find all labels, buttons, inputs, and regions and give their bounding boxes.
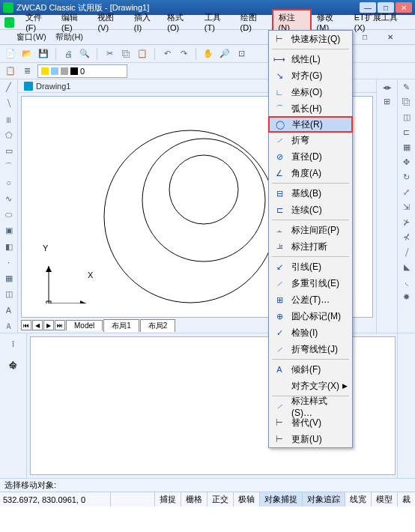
block-icon[interactable]: ◧ xyxy=(2,241,16,253)
layer-combo[interactable]: 0 xyxy=(37,64,127,78)
stretch-icon[interactable]: ⇲ xyxy=(401,201,413,213)
tab-last-button[interactable]: ⏭ xyxy=(55,320,65,330)
array-icon[interactable]: ▦ xyxy=(401,141,413,153)
dim-menu-item[interactable]: ⟼线性(L) xyxy=(269,51,352,67)
mtext-icon[interactable]: Ａ xyxy=(2,320,16,333)
circle-icon[interactable]: ○ xyxy=(2,177,16,190)
menu-draw[interactable]: 绘图(D) xyxy=(235,10,272,34)
hatch-icon[interactable]: ▦ xyxy=(2,272,16,285)
layer-props-icon[interactable]: 📋 xyxy=(4,65,16,77)
dim-menu-item[interactable]: ⊘直径(D) xyxy=(269,148,352,165)
undo-icon[interactable]: ↶ xyxy=(161,48,173,60)
zoom-window-icon[interactable]: ⊡ xyxy=(235,48,247,60)
menu-file[interactable]: 文件(F) xyxy=(20,10,56,34)
tab-layout1[interactable]: 布局1 xyxy=(103,319,139,332)
explode-icon[interactable]: ✸ xyxy=(401,291,413,303)
redo-icon[interactable]: ↷ xyxy=(178,48,190,60)
dim-menu-item[interactable]: ↘对齐(G) xyxy=(269,67,352,84)
dim-menu-item[interactable]: ✓检验(I) xyxy=(269,324,352,341)
sb-polar[interactable]: 极轴 xyxy=(233,492,259,507)
dim-menu-item[interactable]: ⟋折弯线性(J) xyxy=(269,341,352,357)
insert-icon[interactable]: ▣ xyxy=(2,224,16,237)
menu-view[interactable]: 视图(V) xyxy=(92,10,128,34)
move2-icon[interactable]: ✥ xyxy=(401,156,413,168)
polyline-icon[interactable]: ⫼ xyxy=(2,113,16,126)
tab-first-button[interactable]: ⏮ xyxy=(21,320,31,330)
dim-menu-item[interactable]: ∠角度(A) xyxy=(269,165,352,181)
app-menu-icon[interactable] xyxy=(4,17,14,28)
arc-icon[interactable]: ⌒ xyxy=(2,160,16,173)
scale-icon[interactable]: ⤢ xyxy=(401,186,413,198)
menu-insert[interactable]: 插入(I) xyxy=(129,10,162,34)
layer-manager-icon[interactable]: ≣ xyxy=(21,65,33,77)
dim-menu-item[interactable]: ⊕圆心标记(M) xyxy=(269,308,352,324)
preview-icon[interactable]: 🔍 xyxy=(79,48,91,60)
print-icon[interactable]: 🖨 xyxy=(62,48,74,60)
dim-menu-item[interactable]: ⊞公差(T)… xyxy=(269,291,352,308)
dim-menu-item[interactable]: ↙引线(E) xyxy=(269,259,352,275)
cmd-up-icon[interactable]: î xyxy=(7,338,19,350)
point-icon[interactable]: · xyxy=(2,256,16,269)
copy2-icon[interactable]: ⿻ xyxy=(401,96,413,108)
region-icon[interactable]: ◫ xyxy=(2,288,16,300)
paste-icon[interactable]: 📋 xyxy=(136,48,148,60)
text-icon[interactable]: A xyxy=(2,304,16,317)
sb-model[interactable]: 模型 xyxy=(371,492,397,507)
line-icon[interactable]: ╱ xyxy=(2,81,16,94)
dim-menu-item[interactable]: 对齐文字(X)▶ xyxy=(269,378,352,394)
dim-menu-item[interactable]: ∟坐标(O) xyxy=(269,84,352,100)
dim-menu-item[interactable]: ⊟基线(B) xyxy=(269,185,352,202)
sb-snap[interactable]: 捕捉 xyxy=(154,492,181,507)
menu-edit[interactable]: 编辑(E) xyxy=(56,10,92,34)
new-icon[interactable]: 📄 xyxy=(4,48,16,60)
command-input[interactable] xyxy=(4,481,411,490)
dim-menu-item[interactable]: ⫡标注打断 xyxy=(269,238,352,255)
chamfer-icon[interactable]: ◣ xyxy=(401,261,413,273)
menu-et[interactable]: ET扩展工具(X) xyxy=(349,10,411,34)
dim-menu-item[interactable]: ⌒弧长(H) xyxy=(269,100,352,117)
save-icon[interactable]: 💾 xyxy=(37,48,49,60)
dim-menu-item[interactable]: ⟋多重引线(E) xyxy=(269,275,352,291)
spline-icon[interactable]: ∿ xyxy=(2,193,16,205)
erase-icon[interactable]: ✎ xyxy=(401,81,413,93)
dim-menu-item[interactable]: A倾斜(F) xyxy=(269,361,352,378)
menu-help[interactable]: 帮助(H) xyxy=(55,31,83,43)
sb-cy[interactable]: 裁 xyxy=(397,492,415,507)
sb-otrack[interactable]: 对象追踪 xyxy=(302,492,345,507)
cut-icon[interactable]: ✂ xyxy=(103,48,115,60)
ellipse-icon[interactable]: ⬭ xyxy=(2,208,16,221)
menu-format[interactable]: 格式(O) xyxy=(162,10,199,34)
open-icon[interactable]: 📂 xyxy=(21,48,33,60)
rotate-icon[interactable]: ↻ xyxy=(401,171,413,183)
polygon-icon[interactable]: ⬠ xyxy=(2,129,16,142)
rs-ico-1[interactable]: ◂▸ xyxy=(381,81,393,93)
dim-menu-item[interactable]: ⟋折弯 xyxy=(269,132,352,148)
tab-layout2[interactable]: 布局2 xyxy=(140,319,176,332)
zoom-icon[interactable]: 🔎 xyxy=(219,48,231,60)
break-icon[interactable]: ⧸ xyxy=(401,246,413,258)
tab-model[interactable]: Model xyxy=(66,320,103,330)
copy-icon[interactable]: ⿻ xyxy=(120,48,132,60)
menu-tools[interactable]: 工具(T) xyxy=(199,10,235,34)
dim-menu-item[interactable]: ◯半径(R) xyxy=(268,116,353,133)
extend-icon[interactable]: ⊀ xyxy=(401,231,413,243)
dim-menu-item[interactable]: ⫠标注间距(P) xyxy=(269,222,352,238)
rectangle-icon[interactable]: ▭ xyxy=(2,145,16,157)
mirror-icon[interactable]: ◫ xyxy=(401,111,413,123)
dim-menu-item[interactable]: ⊢替代(V) xyxy=(269,414,352,431)
tab-next-button[interactable]: ▶ xyxy=(43,320,54,330)
sb-osnap[interactable]: 对象捕捉 xyxy=(259,492,302,507)
dim-menu-item[interactable]: ⊏连续(C) xyxy=(269,202,352,218)
pan-icon[interactable]: ✋ xyxy=(202,48,214,60)
fillet-icon[interactable]: ◟ xyxy=(401,276,413,288)
sb-grid[interactable]: 栅格 xyxy=(181,492,207,507)
tab-prev-button[interactable]: ◀ xyxy=(32,320,43,330)
dim-menu-item[interactable]: ⟋标注样式(S)… xyxy=(269,398,352,414)
offset-icon[interactable]: ⊏ xyxy=(401,126,413,138)
xline-icon[interactable]: ⧹ xyxy=(2,97,16,109)
sb-lw[interactable]: 线宽 xyxy=(345,492,371,507)
dim-menu-item[interactable]: ⊢更新(U) xyxy=(269,431,352,447)
menu-window[interactable]: 窗口(W) xyxy=(16,31,46,43)
doc-max-button[interactable]: □ xyxy=(357,32,373,43)
sb-ortho[interactable]: 正交 xyxy=(207,492,233,507)
